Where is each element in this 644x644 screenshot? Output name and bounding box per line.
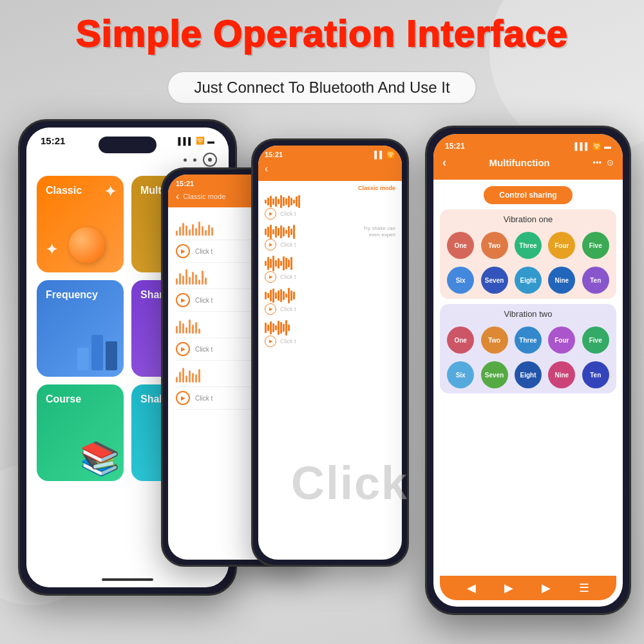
phone-multifunction: 15:21 ▌▌▌ 🛜 ▬ ‹ Multifunction ••• ⊙ Cont… <box>425 126 631 615</box>
mid-freq-play-4[interactable]: ▶ Click t <box>265 303 395 315</box>
vib1-btn-nine[interactable]: Nine <box>548 267 575 294</box>
vibration-one-title: Vibration one <box>440 209 616 229</box>
nav-play-icon[interactable]: ▶ <box>504 581 513 595</box>
app-tile-course[interactable]: Course 📚 <box>37 384 124 481</box>
right-wifi-icon: 🛜 <box>592 142 601 151</box>
bar <box>195 274 197 285</box>
vib1-btn-four[interactable]: Four <box>548 232 575 259</box>
mid-click-2: Click t <box>280 242 296 248</box>
block-1 <box>77 348 89 370</box>
click-label-1: Click t <box>195 248 213 255</box>
vib1-btn-six[interactable]: Six <box>447 267 474 294</box>
bar <box>278 199 279 204</box>
right-battery-icon: ▬ <box>604 142 611 150</box>
bar <box>285 230 287 234</box>
nav-menu-icon[interactable]: ☰ <box>579 581 589 595</box>
vib2-btn-four[interactable]: Four <box>548 327 575 354</box>
bar <box>278 258 279 269</box>
nav-prev-icon[interactable]: ◀ <box>467 581 476 595</box>
bar <box>285 198 287 205</box>
camera-icon[interactable]: ⊙ <box>607 158 614 167</box>
mid-play-btn-2[interactable]: ▶ <box>265 239 276 251</box>
mid-freq-play-1[interactable]: ▶ Click t <box>265 208 395 220</box>
mid-freq-play-5[interactable]: ▶ Click t <box>265 336 395 347</box>
control-sharing-button[interactable]: Control sharing <box>484 186 572 204</box>
bar <box>283 227 285 236</box>
mid-play-btn-1[interactable]: ▶ <box>265 208 276 220</box>
mid-freq-play-3[interactable]: ▶ Click t <box>265 271 395 283</box>
bar <box>182 323 184 334</box>
mid-play-btn-5[interactable]: ▶ <box>265 336 276 347</box>
vib1-btn-five[interactable]: Five <box>582 232 609 259</box>
vib1-btn-three[interactable]: Three <box>515 232 542 259</box>
vib1-btn-two[interactable]: Two <box>481 232 508 259</box>
bar <box>272 229 274 234</box>
vib2-btn-ten[interactable]: Ten <box>582 361 609 388</box>
home-indicator-main <box>102 578 153 581</box>
vibration-two-title: Vibration two <box>440 304 616 324</box>
bar <box>179 227 181 236</box>
vib1-btn-one[interactable]: One <box>447 232 474 259</box>
bar <box>176 326 178 334</box>
vib2-btn-nine[interactable]: Nine <box>548 361 575 388</box>
mid-freq-play-2[interactable]: ▶ Click t <box>265 239 395 251</box>
bar <box>265 292 267 299</box>
mid-back-arrow[interactable]: ‹ <box>265 163 268 174</box>
vib1-btn-ten[interactable]: Ten <box>582 267 609 294</box>
bar <box>290 290 292 301</box>
block-3 <box>106 341 117 370</box>
play-button-4[interactable]: ▶ <box>176 391 190 405</box>
mid-frequency-content: Classic mode <box>258 181 402 351</box>
bar <box>205 230 207 236</box>
multifunction-back-arrow[interactable]: ‹ <box>442 156 446 169</box>
vib2-btn-one[interactable]: One <box>447 327 474 354</box>
play-button-2[interactable]: ▶ <box>176 293 190 307</box>
bar <box>179 273 181 285</box>
bar <box>208 225 210 236</box>
vib2-btn-three[interactable]: Three <box>515 327 542 354</box>
dynamic-island <box>99 137 156 153</box>
vib2-btn-two[interactable]: Two <box>481 327 508 354</box>
bar <box>288 226 290 238</box>
back-arrow-icon[interactable]: ‹ <box>176 191 179 202</box>
mid-play-btn-3[interactable]: ▶ <box>265 271 276 283</box>
play-button-3[interactable]: ▶ <box>176 342 190 356</box>
mid-freq-wave-3 <box>265 256 395 271</box>
bar <box>288 325 290 331</box>
bar <box>189 229 191 236</box>
wave-display-1 <box>176 218 213 236</box>
bar <box>202 226 204 236</box>
main-title: Simple Operation Interface <box>0 12 644 55</box>
target-icon <box>203 153 217 167</box>
bar <box>272 289 274 303</box>
bar <box>185 375 187 383</box>
bar <box>298 195 300 208</box>
vib1-btn-seven[interactable]: Seven <box>481 267 508 294</box>
mid-freq-wave-4 <box>265 288 395 303</box>
nav-icons-right: ••• ⊙ <box>592 158 614 167</box>
play-button-1[interactable]: ▶ <box>176 244 190 258</box>
bar <box>285 258 287 269</box>
vib1-btn-eight[interactable]: Eight <box>515 267 542 294</box>
mid-play-btn-4[interactable]: ▶ <box>265 303 276 315</box>
classic-mode-indicator: Classic mode <box>265 185 395 191</box>
app-tile-classic[interactable]: Classic ✦ ✦ <box>37 176 124 272</box>
app-label-course: Course <box>46 393 115 405</box>
bar <box>192 272 194 285</box>
more-icon[interactable]: ••• <box>592 158 601 167</box>
mid-status-icons: ▌▌ 🛜 <box>374 151 395 159</box>
vib2-btn-six[interactable]: Six <box>447 361 474 388</box>
mid-freq-wave-2: Try shake can even experi <box>265 225 395 239</box>
bar <box>205 278 207 285</box>
bar <box>280 261 282 266</box>
bar <box>195 322 197 334</box>
nav-next-icon[interactable]: ▶ <box>542 581 551 595</box>
bar <box>265 229 267 235</box>
vib2-btn-eight[interactable]: Eight <box>515 361 542 388</box>
app-tile-frequency[interactable]: Frequency <box>37 280 124 377</box>
vib2-btn-seven[interactable]: Seven <box>481 361 508 388</box>
mid-wave-display-2 <box>265 225 350 239</box>
bar <box>290 198 292 205</box>
vib2-btn-five[interactable]: Five <box>582 327 609 354</box>
bar <box>290 257 292 270</box>
